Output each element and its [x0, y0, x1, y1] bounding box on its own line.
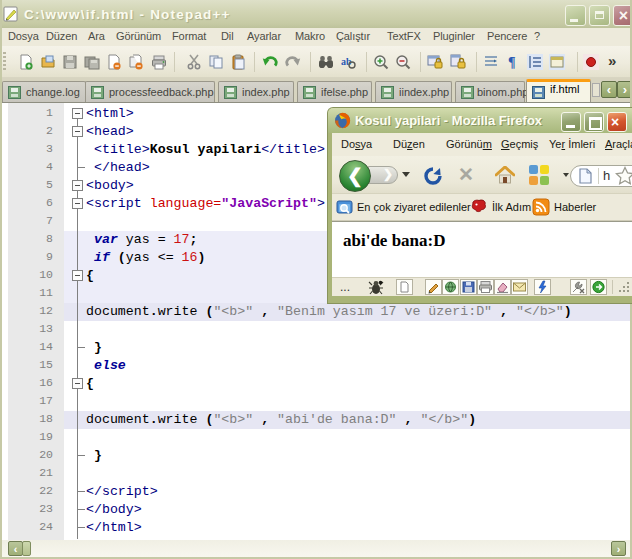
svg-text:ab: ab: [341, 56, 352, 67]
svg-text:¶: ¶: [508, 55, 516, 70]
